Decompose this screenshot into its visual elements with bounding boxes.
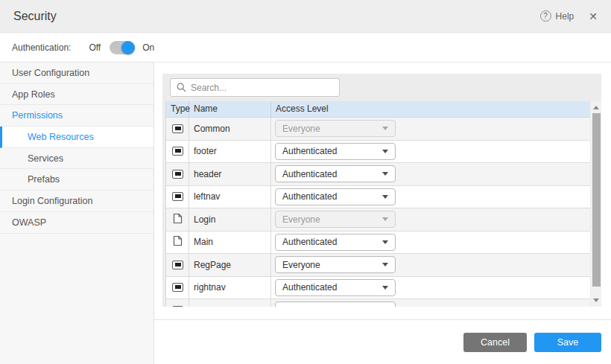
- sidebar-item-permissions[interactable]: Permissions: [0, 105, 153, 127]
- table-row-partial[interactable]: [166, 299, 590, 307]
- search-input[interactable]: [191, 83, 333, 93]
- table-row[interactable]: headerAuthenticated: [166, 163, 590, 186]
- name-cell: Main: [189, 232, 271, 254]
- access-level-dropdown[interactable]: Authenticated: [275, 234, 396, 251]
- chevron-down-icon: [382, 217, 388, 221]
- type-cell: [166, 163, 189, 185]
- help-label: Help: [556, 11, 574, 22]
- type-cell: [166, 232, 189, 254]
- partial-icon: [172, 283, 183, 292]
- chevron-down-icon: [382, 263, 388, 266]
- toggle-off-label: Off: [89, 42, 101, 53]
- header-actions: ? Help ✕: [540, 10, 598, 22]
- access-cell: [271, 299, 590, 307]
- column-header-access-level: Access Level: [271, 101, 590, 117]
- main-area: User ConfigurationApp RolesPermissionsWe…: [0, 63, 611, 364]
- grid-header: Type Name Access Level: [166, 101, 590, 118]
- table-row[interactable]: MainAuthenticated: [166, 232, 590, 255]
- partial-icon: [172, 147, 183, 156]
- name-cell: RegPage: [189, 254, 271, 276]
- content-area: Type Name Access Level CommonEveryonefoo…: [154, 63, 611, 364]
- name-cell: footer: [189, 141, 271, 163]
- page-icon: [173, 235, 183, 249]
- table-row[interactable]: LoginEveryone: [166, 208, 590, 232]
- sidebar-item-login-configuration[interactable]: Login Configuration: [0, 191, 153, 212]
- partial-icon: [172, 306, 183, 307]
- access-level-value: Authenticated: [282, 237, 337, 247]
- toggle-on-label: On: [142, 42, 154, 53]
- name-cell: header: [189, 163, 271, 185]
- partial-icon: [172, 261, 183, 269]
- access-cell: Everyone: [271, 254, 590, 276]
- sidebar-item-prefabs[interactable]: Prefabs: [0, 169, 153, 191]
- column-header-name: Name: [189, 101, 271, 117]
- access-level-value: Everyone: [282, 214, 320, 225]
- chevron-down-icon: [382, 286, 388, 290]
- search-row: [162, 74, 601, 101]
- name-cell: leftnav: [189, 186, 271, 208]
- access-cell: Authenticated: [271, 232, 590, 254]
- type-cell: [166, 186, 189, 208]
- access-level-dropdown: Everyone: [275, 120, 396, 137]
- sidebar-item-services[interactable]: Services: [0, 148, 153, 170]
- partial-icon: [172, 192, 183, 201]
- scroll-down-icon[interactable]: [593, 298, 599, 302]
- access-level-value: Authenticated: [282, 146, 337, 156]
- chevron-down-icon: [382, 172, 388, 176]
- authentication-toggle[interactable]: [110, 41, 133, 54]
- search-icon: [177, 83, 186, 92]
- sidebar-item-app-roles[interactable]: App Roles: [0, 84, 153, 106]
- cancel-button[interactable]: Cancel: [463, 333, 527, 352]
- name-cell: rightnav: [189, 277, 271, 299]
- access-level-dropdown: Everyone: [275, 211, 396, 228]
- security-dialog: Security ? Help ✕ Authentication: Off On…: [0, 0, 611, 364]
- help-icon: ?: [540, 10, 551, 22]
- scrollbar-thumb[interactable]: [592, 113, 601, 287]
- sidebar-item-user-configuration[interactable]: User Configuration: [0, 63, 153, 84]
- grid: Type Name Access Level CommonEveryonefoo…: [165, 101, 590, 307]
- table-row[interactable]: footerAuthenticated: [166, 141, 590, 164]
- close-icon[interactable]: ✕: [589, 10, 598, 22]
- search-box[interactable]: [170, 78, 340, 97]
- page-title: Security: [13, 10, 57, 23]
- table-row[interactable]: rightnavAuthenticated: [166, 277, 590, 300]
- permissions-panel: Type Name Access Level CommonEveryonefoo…: [162, 74, 601, 307]
- table-row[interactable]: CommonEveryone: [166, 118, 590, 141]
- save-button[interactable]: Save: [534, 333, 601, 352]
- access-cell: Authenticated: [271, 141, 590, 163]
- access-cell: Authenticated: [271, 163, 590, 185]
- access-level-dropdown[interactable]: Authenticated: [275, 165, 396, 182]
- chevron-down-icon: [382, 195, 388, 199]
- sidebar: User ConfigurationApp RolesPermissionsWe…: [0, 63, 154, 364]
- name-cell: [189, 299, 271, 307]
- type-cell: [166, 141, 189, 163]
- table-row[interactable]: RegPageEveryone: [166, 254, 590, 277]
- type-cell: [166, 277, 189, 299]
- partial-icon: [172, 170, 183, 179]
- access-level-dropdown[interactable]: Authenticated: [275, 143, 396, 160]
- sidebar-item-web-resources[interactable]: Web Resources: [0, 127, 153, 148]
- access-level-value: Everyone: [282, 260, 320, 270]
- access-cell: Everyone: [271, 208, 590, 231]
- access-cell: Authenticated: [271, 277, 590, 299]
- sidebar-item-owasp[interactable]: OWASP: [0, 212, 153, 234]
- vertical-scrollbar[interactable]: [591, 101, 601, 307]
- access-level-value: Everyone: [282, 124, 320, 134]
- access-cell: Authenticated: [271, 186, 590, 208]
- help-button[interactable]: ? Help: [540, 10, 574, 22]
- resources-table: Type Name Access Level CommonEveryonefoo…: [162, 101, 601, 307]
- access-level-value: Authenticated: [282, 282, 337, 293]
- partial-icon: [172, 124, 183, 133]
- authentication-label: Authentication:: [12, 42, 71, 53]
- scroll-up-icon[interactable]: [593, 106, 599, 109]
- access-level-dropdown[interactable]: Authenticated: [275, 188, 396, 205]
- access-level-dropdown[interactable]: Authenticated: [275, 279, 396, 296]
- table-row[interactable]: leftnavAuthenticated: [166, 186, 590, 209]
- chevron-down-icon: [382, 240, 388, 244]
- name-cell: Login: [189, 208, 271, 231]
- footer-actions: Cancel Save: [154, 319, 611, 352]
- type-cell: [166, 299, 189, 307]
- column-header-type: Type: [166, 101, 189, 117]
- access-level-dropdown[interactable]: [275, 301, 396, 307]
- access-level-dropdown[interactable]: Everyone: [275, 256, 396, 273]
